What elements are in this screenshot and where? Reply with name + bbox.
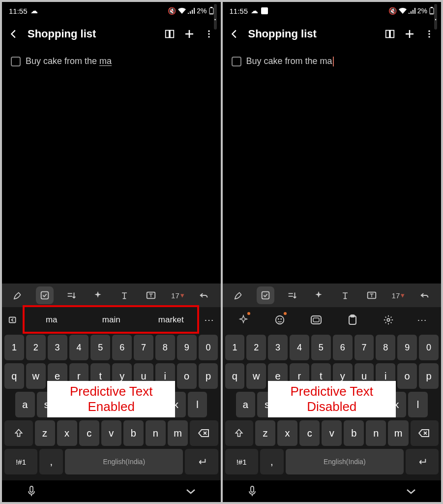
textbox-icon[interactable] bbox=[142, 286, 160, 304]
key-1[interactable]: 1 bbox=[4, 335, 24, 360]
key-1[interactable]: 1 bbox=[225, 335, 245, 360]
fontsize-selector[interactable]: 17▾ bbox=[169, 286, 186, 304]
key-7[interactable]: 7 bbox=[354, 335, 374, 360]
key-2[interactable]: 2 bbox=[26, 335, 46, 360]
mic-icon[interactable] bbox=[27, 485, 36, 497]
key-period[interactable]: . bbox=[434, 4, 437, 30]
key-o[interactable]: o bbox=[397, 363, 417, 389]
sparkle-icon[interactable] bbox=[89, 286, 107, 304]
undo-icon[interactable] bbox=[416, 286, 434, 304]
pen-icon[interactable] bbox=[230, 286, 248, 304]
key-v[interactable]: v bbox=[101, 420, 121, 446]
key-c[interactable]: c bbox=[299, 420, 320, 446]
reader-icon[interactable] bbox=[164, 29, 176, 39]
key-n[interactable]: n bbox=[366, 420, 386, 446]
add-icon[interactable] bbox=[404, 28, 415, 40]
gif-icon[interactable] bbox=[305, 310, 327, 330]
checklist-icon[interactable] bbox=[36, 286, 54, 304]
key-6[interactable]: 6 bbox=[333, 335, 353, 360]
key-c[interactable]: c bbox=[79, 420, 99, 446]
key-backspace[interactable] bbox=[411, 420, 439, 446]
key-q[interactable]: q bbox=[225, 363, 245, 389]
key-o[interactable]: o bbox=[177, 363, 197, 389]
hide-suggestions-icon[interactable] bbox=[5, 312, 22, 328]
key-v[interactable]: v bbox=[322, 420, 342, 446]
key-q[interactable]: q bbox=[4, 363, 24, 389]
key-6[interactable]: 6 bbox=[112, 335, 132, 360]
key-space[interactable]: English(India) bbox=[65, 449, 183, 474]
pen-icon[interactable] bbox=[9, 286, 27, 304]
ai-sparkle-icon[interactable] bbox=[233, 310, 254, 330]
textstyle-icon[interactable] bbox=[116, 286, 133, 304]
checkbox[interactable] bbox=[11, 57, 21, 66]
textformat-icon[interactable] bbox=[283, 286, 301, 304]
collapse-icon[interactable] bbox=[185, 488, 196, 495]
checkbox[interactable] bbox=[232, 57, 241, 66]
key-comma[interactable]: , bbox=[260, 449, 284, 474]
key-0[interactable]: 0 bbox=[199, 335, 218, 360]
key-shift[interactable] bbox=[4, 420, 33, 446]
more-shortcuts-icon[interactable]: ⋯ bbox=[414, 312, 431, 328]
key-l[interactable]: l bbox=[408, 392, 428, 417]
key-comma[interactable]: , bbox=[39, 449, 63, 474]
key-b[interactable]: b bbox=[123, 420, 144, 446]
key-8[interactable]: 8 bbox=[155, 335, 175, 360]
clipboard-icon[interactable] bbox=[342, 310, 363, 330]
note-content[interactable]: Buy cake from the ma bbox=[223, 48, 442, 284]
mic-icon[interactable] bbox=[247, 485, 257, 497]
key-m[interactable]: m bbox=[168, 420, 188, 446]
key-enter[interactable] bbox=[185, 449, 218, 474]
key-m[interactable]: m bbox=[388, 420, 408, 446]
sparkle-icon[interactable] bbox=[310, 286, 327, 304]
key-5[interactable]: 5 bbox=[311, 335, 331, 360]
key-7[interactable]: 7 bbox=[134, 335, 153, 360]
key-2[interactable]: 2 bbox=[246, 335, 266, 360]
suggestion-2[interactable]: main bbox=[82, 307, 142, 333]
key-period[interactable]: . bbox=[214, 4, 217, 30]
key-p[interactable]: p bbox=[199, 363, 218, 389]
more-suggestions-icon[interactable]: ⋯ bbox=[201, 312, 218, 328]
key-9[interactable]: 9 bbox=[177, 335, 197, 360]
collapse-icon[interactable] bbox=[406, 488, 416, 495]
key-4[interactable]: 4 bbox=[69, 335, 89, 360]
key-backspace[interactable] bbox=[190, 420, 218, 446]
key-l[interactable]: l bbox=[188, 392, 207, 417]
note-content[interactable]: Buy cake from the ma bbox=[2, 48, 221, 284]
key-5[interactable]: 5 bbox=[90, 335, 110, 360]
key-symbols[interactable]: !#1 bbox=[4, 449, 37, 474]
key-x[interactable]: x bbox=[277, 420, 297, 446]
undo-icon[interactable] bbox=[195, 286, 213, 304]
key-b[interactable]: b bbox=[344, 420, 364, 446]
key-a[interactable]: a bbox=[15, 392, 35, 417]
add-icon[interactable] bbox=[183, 28, 195, 40]
key-w[interactable]: w bbox=[26, 363, 46, 389]
textstyle-icon[interactable] bbox=[336, 286, 354, 304]
key-w[interactable]: w bbox=[246, 363, 266, 389]
back-icon[interactable] bbox=[229, 29, 240, 39]
key-z[interactable]: z bbox=[255, 420, 275, 446]
reader-icon[interactable] bbox=[384, 29, 396, 39]
key-8[interactable]: 8 bbox=[376, 335, 395, 360]
key-x[interactable]: x bbox=[57, 420, 77, 446]
suggestion-1[interactable]: ma bbox=[22, 307, 82, 333]
textformat-icon[interactable] bbox=[62, 286, 80, 304]
suggestion-3[interactable]: market bbox=[141, 307, 201, 333]
emoji-icon[interactable] bbox=[269, 310, 291, 330]
key-4[interactable]: 4 bbox=[290, 335, 309, 360]
key-0[interactable]: 0 bbox=[419, 335, 439, 360]
settings-icon[interactable] bbox=[378, 310, 399, 330]
key-space[interactable]: English(India) bbox=[286, 449, 404, 474]
more-icon[interactable] bbox=[203, 29, 215, 39]
checklist-icon[interactable] bbox=[257, 286, 274, 304]
key-shift[interactable] bbox=[225, 420, 254, 446]
back-icon[interactable] bbox=[8, 29, 20, 39]
key-3[interactable]: 3 bbox=[268, 335, 288, 360]
key-symbols[interactable]: !#1 bbox=[225, 449, 258, 474]
key-9[interactable]: 9 bbox=[397, 335, 417, 360]
key-enter[interactable] bbox=[406, 449, 439, 474]
fontsize-selector[interactable]: 17▾ bbox=[389, 286, 407, 304]
key-3[interactable]: 3 bbox=[48, 335, 67, 360]
key-z[interactable]: z bbox=[35, 420, 55, 446]
textbox-icon[interactable] bbox=[363, 286, 381, 304]
key-n[interactable]: n bbox=[146, 420, 166, 446]
